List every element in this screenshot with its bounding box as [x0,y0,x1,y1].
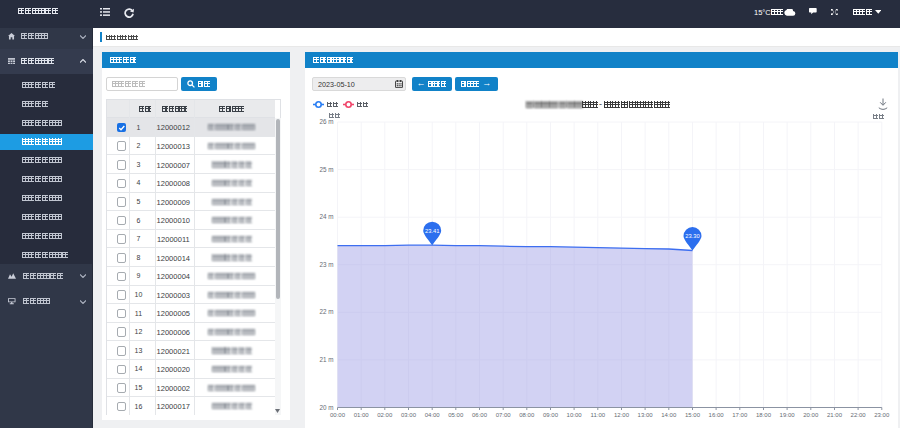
svg-text:21 m: 21 m [319,356,333,363]
svg-text:23:00: 23:00 [874,412,890,418]
svg-text:20:00: 20:00 [803,412,819,418]
svg-text:16:00: 16:00 [708,412,724,418]
svg-text:03:00: 03:00 [400,412,416,418]
svg-text:11:00: 11:00 [590,412,605,418]
svg-text:07:00: 07:00 [495,412,511,418]
svg-text:15:00: 15:00 [684,412,700,418]
svg-text:23.30: 23.30 [685,233,700,239]
svg-text:14:00: 14:00 [661,412,677,418]
svg-text:22:00: 22:00 [850,412,866,418]
svg-text:19:00: 19:00 [779,412,795,418]
svg-text:09:00: 09:00 [542,412,558,418]
svg-text:21:00: 21:00 [826,412,842,418]
svg-text:26 m: 26 m [319,118,333,125]
svg-text:12:00: 12:00 [613,412,629,418]
svg-text:05:00: 05:00 [448,412,464,418]
svg-text:08:00: 08:00 [519,412,535,418]
svg-text:23.41: 23.41 [424,228,439,234]
svg-text:23 m: 23 m [319,261,333,268]
svg-text:00:00: 00:00 [329,412,345,418]
svg-text:20 m: 20 m [319,404,333,411]
svg-text:22 m: 22 m [319,308,333,315]
svg-text:01:00: 01:00 [353,412,369,418]
svg-text:13:00: 13:00 [637,412,653,418]
svg-text:18:00: 18:00 [755,412,771,418]
svg-text:25 m: 25 m [319,166,333,173]
svg-text:17:00: 17:00 [732,412,748,418]
svg-text:24 m: 24 m [319,213,333,220]
svg-text:10:00: 10:00 [566,412,582,418]
svg-text:04:00: 04:00 [424,412,440,418]
svg-text:02:00: 02:00 [377,412,393,418]
svg-text:06:00: 06:00 [471,412,487,418]
